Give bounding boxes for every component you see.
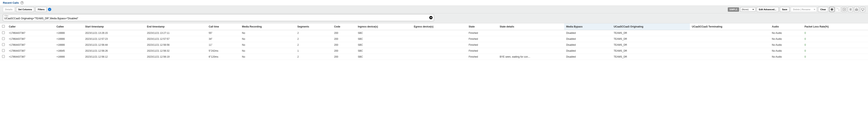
cell-orig: TEAMS_DR xyxy=(612,42,690,48)
cell-audio: No Audio xyxy=(770,30,802,36)
row-checkbox[interactable] xyxy=(2,49,5,52)
filter-area: Filter ✕ xyxy=(0,13,868,23)
list-icon xyxy=(849,8,852,11)
delete-rename-caret[interactable] xyxy=(812,7,817,12)
cell-state: Finished xyxy=(467,42,498,48)
column-header[interactable]: Media Recording xyxy=(240,23,295,30)
select-all-checkbox[interactable] xyxy=(2,25,5,28)
cell-time: 34" xyxy=(207,36,240,42)
cell-start: 2023/11/21 13:26:15 xyxy=(83,30,145,36)
column-header[interactable]: Media Bypass xyxy=(564,23,612,30)
cell-bypass: Disabled xyxy=(564,42,612,48)
cell-start: 2023/11/21 12:56:12 xyxy=(83,54,145,60)
column-header[interactable]: End timestamp xyxy=(145,23,207,30)
cell-details: BYE seen, waiting for con… xyxy=(498,54,564,60)
column-header[interactable]: UCaaSCCaaS Originating xyxy=(612,23,690,30)
simple-badge: SIMPLE xyxy=(728,7,739,12)
preset-value: (None) xyxy=(742,8,749,11)
column-header[interactable]: State details xyxy=(498,23,564,30)
cell-egress xyxy=(412,54,467,60)
cell-egress xyxy=(412,36,467,42)
expand-icon xyxy=(843,8,846,11)
edit-advanced-button[interactable]: Edit Advanced... xyxy=(757,7,779,12)
row-checkbox[interactable] xyxy=(2,31,5,34)
column-header[interactable]: Start timestamp xyxy=(83,23,145,30)
column-header[interactable]: Audio xyxy=(770,23,802,30)
cell-end: 2023/11/21 12:56:56 xyxy=(145,42,207,48)
column-header[interactable]: Egress device(s) xyxy=(412,23,467,30)
row-checkbox[interactable] xyxy=(2,55,5,58)
row-checkbox[interactable] xyxy=(2,37,5,40)
column-header[interactable]: Segments xyxy=(296,23,332,30)
cell-caller: +17864437387 xyxy=(7,30,55,36)
view-expand-icon[interactable] xyxy=(842,7,847,12)
column-header[interactable]: Packet Loss Rate(%) xyxy=(802,23,868,30)
filter-label: Filter xyxy=(4,15,433,17)
view-flow-icon[interactable] xyxy=(836,7,840,12)
cell-code: 200 xyxy=(332,30,356,36)
cell-term xyxy=(690,42,770,48)
cell-egress xyxy=(412,48,467,54)
cell-callee: +16645 xyxy=(55,48,83,54)
details-button[interactable]: Details xyxy=(3,7,15,12)
svg-rect-0 xyxy=(837,8,838,9)
row-checkbox[interactable] xyxy=(2,43,5,46)
cell-ingress: SBC xyxy=(356,42,412,48)
cell-time: 55" xyxy=(207,30,240,36)
cell-code: 200 xyxy=(332,36,356,42)
svg-point-5 xyxy=(849,9,850,10)
cell-start: 2023/11/21 12:56:26 xyxy=(83,48,145,54)
table-row[interactable]: +17864437387+166662023/11/21 12:57:23202… xyxy=(0,36,868,42)
cell-rec: No xyxy=(240,54,295,60)
column-header[interactable]: Code xyxy=(332,23,356,30)
table-row[interactable]: +17864437387+166452023/11/21 12:56:26202… xyxy=(0,48,868,54)
cell-caller: +17864437387 xyxy=(7,36,55,42)
save-button[interactable]: Save xyxy=(780,7,790,12)
column-header[interactable]: Callee xyxy=(55,23,83,30)
filter-clear-icon[interactable]: ✕ xyxy=(429,16,433,19)
cell-end: 2023/11/21 12:56:32 xyxy=(145,48,207,54)
view-columns-icon[interactable] xyxy=(854,7,859,12)
cell-state: Finished xyxy=(467,36,498,42)
cell-callee: +16666 xyxy=(55,54,83,60)
view-target-icon[interactable] xyxy=(830,7,834,12)
filters-button[interactable]: Filters xyxy=(35,7,47,12)
cell-ingress: SBC xyxy=(356,54,412,60)
cell-rec: No xyxy=(240,42,295,48)
clear-button[interactable]: Clear xyxy=(818,7,828,12)
set-columns-button[interactable]: Set Columns xyxy=(16,7,34,12)
delete-rename-button[interactable]: Delete | Rename xyxy=(791,7,812,12)
table-row[interactable]: +17864437387+166662023/11/21 13:26:15202… xyxy=(0,30,868,36)
column-header[interactable]: Ingress device(s) xyxy=(356,23,412,30)
column-header[interactable]: Caller xyxy=(7,23,55,30)
cell-code: 200 xyxy=(332,54,356,60)
cell-details xyxy=(498,48,564,54)
preset-dropdown[interactable]: (None) xyxy=(740,7,755,12)
table-row[interactable]: +17864437387+166662023/11/21 12:56:12202… xyxy=(0,54,868,60)
column-header[interactable]: Call time xyxy=(207,23,240,30)
calls-table: CallerCalleeStart timestampEnd timestamp… xyxy=(0,23,868,60)
info-icon[interactable]: i xyxy=(48,8,51,11)
filter-input[interactable] xyxy=(4,17,426,20)
cell-orig: TEAMS_DR xyxy=(612,36,690,42)
cell-loss: 0 xyxy=(802,36,868,42)
cell-bypass: Disabled xyxy=(564,48,612,54)
page-header: Recent Calls ? xyxy=(0,0,868,5)
cell-loss: 0 xyxy=(802,42,868,48)
view-list-icon[interactable] xyxy=(848,7,853,12)
view-present-icon[interactable] xyxy=(860,7,865,12)
cell-audio: No Audio xyxy=(770,42,802,48)
cell-callee: +16666 xyxy=(55,36,83,42)
svg-rect-9 xyxy=(862,8,864,10)
cell-state: Finished xyxy=(467,30,498,36)
column-header[interactable]: UCaaSCCaaS Terminating xyxy=(690,23,770,30)
cell-end: 2023/11/21 13:27:11 xyxy=(145,30,207,36)
column-header[interactable]: State xyxy=(467,23,498,30)
help-icon[interactable]: ? xyxy=(21,1,24,4)
cell-seg: 2 xyxy=(296,54,332,60)
delete-rename-split: Delete | Rename xyxy=(791,7,817,12)
table-row[interactable]: +17864437387+166662023/11/21 12:56:44202… xyxy=(0,42,868,48)
page-title: Recent Calls xyxy=(3,1,19,4)
cell-audio: No Audio xyxy=(770,54,802,60)
cell-end: 2023/11/21 12:57:57 xyxy=(145,36,207,42)
